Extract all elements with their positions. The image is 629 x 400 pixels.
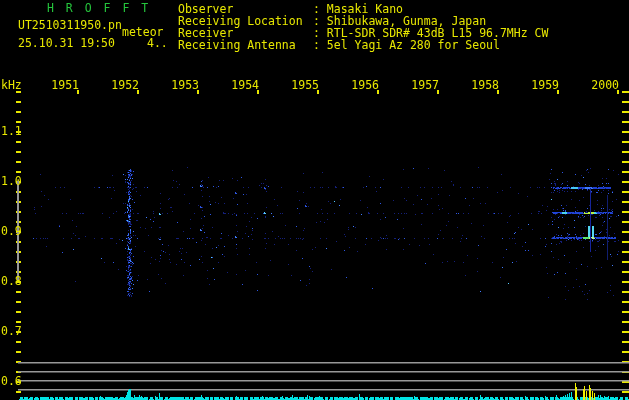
time-axis-label: 1954 [231,79,259,91]
time-axis-label: 1958 [471,79,499,91]
datetime-label: 25.10.31 19:50 [18,37,115,49]
freq-unit-label: kHz [1,79,22,91]
time-axis-label: 1953 [171,79,199,91]
time-axis-label: 1951 [51,79,79,91]
freq-axis-label: 0.9 [1,225,22,237]
freq-axis-label: 0.8 [1,275,22,287]
output-filename: UT2510311950.pn [18,19,122,31]
freq-axis-label: 0.6 [1,375,22,387]
time-axis-label: 1957 [411,79,439,91]
freq-axis-label: 1.1 [1,125,22,137]
station-info-key: Receiving Antenna [178,39,296,51]
time-axis-label: 1952 [111,79,139,91]
app-title: H R O F F T [47,2,151,14]
echo-count: 4.. [147,37,168,49]
time-axis-label: 2000 [591,79,619,91]
freq-axis-label: 1.0 [1,175,22,187]
spectrogram-canvas [0,0,629,400]
hrofft-screen: H R O F F T UT2510311950.pn meteor 25.10… [0,0,629,400]
time-axis-label: 1959 [531,79,559,91]
freq-axis-label: 0.7 [1,325,22,337]
station-info-value: : 5el Yagi Az 280 for Seoul [313,39,500,51]
time-axis-label: 1956 [351,79,379,91]
time-axis-label: 1955 [291,79,319,91]
